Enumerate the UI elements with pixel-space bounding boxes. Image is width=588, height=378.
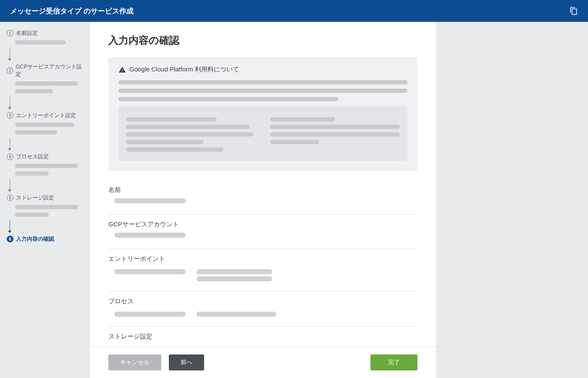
gcp-notice: Google Cloud Platform 利用料について xyxy=(108,57,417,171)
page-title: 入力内容の確認 xyxy=(108,34,417,47)
notice-title: Google Cloud Platform 利用料について xyxy=(129,66,239,74)
step-connector-icon xyxy=(10,220,10,233)
section-label: 名前 xyxy=(108,186,417,194)
section-label: ストレージ設定 xyxy=(108,333,417,341)
app-header: メッセージ受信タイプ のサービス作成 xyxy=(0,0,588,22)
header-title: メッセージ受信タイプ のサービス作成 xyxy=(10,6,134,16)
step-number-icon: 1 xyxy=(7,30,13,37)
review-section-name: 名前 xyxy=(108,180,417,215)
wizard-step-3[interactable]: 3 エントリーポイント設定 xyxy=(7,112,83,119)
step-label: ストレージ設定 xyxy=(16,194,54,202)
notice-body-placeholder xyxy=(118,80,407,101)
wizard-step-2[interactable]: 2 GCPサービスアカウント設定 xyxy=(7,63,83,78)
step-label: GCPサービスアカウント設定 xyxy=(16,63,83,78)
step-label: エントリーポイント設定 xyxy=(16,112,76,119)
wizard-step-6[interactable]: 6 入力内容の確認 xyxy=(7,235,83,243)
warning-icon xyxy=(118,66,126,74)
review-section-entrypoint: エントリーポイント xyxy=(108,249,417,291)
done-button[interactable]: 完了 xyxy=(370,354,417,370)
notice-sub-panel xyxy=(118,106,407,161)
wizard-step-1[interactable]: 1 名前設定 xyxy=(7,29,83,37)
step-number-icon: 6 xyxy=(7,236,13,242)
review-section-process: プロセス xyxy=(108,291,417,327)
step-connector-icon xyxy=(10,48,10,60)
section-label: GCPサービスアカウント xyxy=(108,220,417,228)
section-label: プロセス xyxy=(108,297,417,305)
wizard-step-5[interactable]: 5 ストレージ設定 xyxy=(7,194,83,202)
step-connector-icon xyxy=(10,138,10,150)
step-connector-icon xyxy=(10,97,10,109)
step-label: 入力内容の確認 xyxy=(16,235,54,243)
cancel-button[interactable]: キャンセル xyxy=(108,354,161,370)
step-connector-icon xyxy=(10,179,10,192)
step-label: 名前設定 xyxy=(16,29,38,37)
wizard-step-4[interactable]: 4 プロセス設定 xyxy=(7,153,83,160)
prev-button[interactable]: 前へ xyxy=(169,354,204,370)
review-section-gcp-account: GCPサービスアカウント xyxy=(108,215,417,249)
main-content: 入力内容の確認 Google Cloud Platform 利用料について xyxy=(90,22,436,346)
step-number-icon: 5 xyxy=(7,194,13,201)
step-number-icon: 4 xyxy=(7,153,13,160)
section-label: エントリーポイント xyxy=(108,255,417,263)
step-number-icon: 2 xyxy=(7,67,13,74)
wizard-footer: キャンセル 前へ 完了 xyxy=(90,346,436,378)
step-label: プロセス設定 xyxy=(16,153,49,160)
wizard-sidebar: 1 名前設定 2 GCPサービスアカウント設定 3 エントリーポイント設定 4 … xyxy=(0,22,90,378)
step-number-icon: 3 xyxy=(7,112,13,119)
review-section-storage: ストレージ設定 xyxy=(108,327,417,346)
copy-stack-icon[interactable] xyxy=(570,7,578,15)
